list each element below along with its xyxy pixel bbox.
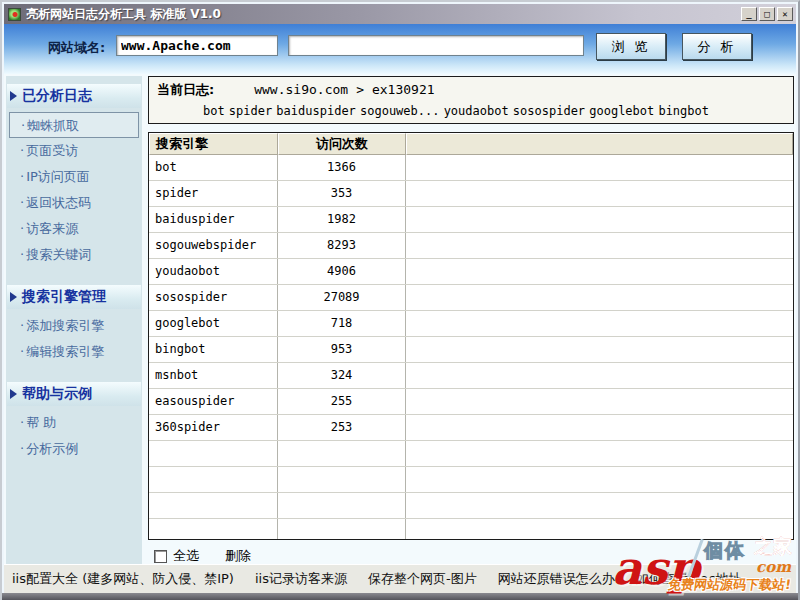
spider-quick-list: bot spider baiduspider sogouweb... youda…	[157, 101, 787, 121]
section-title: 已分析日志	[22, 87, 92, 105]
header-search-engine[interactable]: 搜索引擎	[149, 133, 278, 155]
app-window: 亮析网站日志分析工具 标准版 V1.0 _ □ ✕ 网站域名: 浏 览 分 析 …	[0, 0, 800, 600]
window-title: 亮析网站日志分析工具 标准版 V1.0	[26, 6, 221, 23]
close-button[interactable]: ✕	[777, 7, 793, 21]
sidebar-item-add-engine[interactable]: ·添加搜索引擎	[9, 313, 139, 339]
client-area: 已分析日志 ·蜘蛛抓取 ·页面受访 ·IP访问页面 ·返回状态码 ·访客来源 ·…	[4, 74, 796, 564]
spider-name-cell: sogouwebspider	[149, 233, 278, 258]
title-bar: 亮析网站日志分析工具 标准版 V1.0 _ □ ✕	[4, 4, 796, 24]
sidebar-item-page-visits[interactable]: ·页面受访	[9, 138, 139, 164]
table-footer: 全选 删除	[154, 547, 251, 565]
link-view-mac-address[interactable]: 如何查看mac地址	[636, 570, 742, 588]
maximize-button[interactable]: □	[759, 7, 775, 21]
toolbar: 网站域名: 浏 览 分 析	[4, 24, 796, 74]
table-row[interactable]: msnbot324	[149, 363, 793, 389]
section-title: 帮助与示例	[22, 385, 92, 403]
triangle-icon	[10, 292, 17, 302]
link-iis-config[interactable]: iis配置大全 (建多网站、防入侵、禁IP)	[12, 570, 234, 588]
table-row-empty	[149, 519, 793, 540]
window-controls: _ □ ✕	[741, 7, 793, 21]
sidebar-item-help[interactable]: ·帮 助	[9, 410, 139, 436]
domain-input[interactable]	[116, 35, 278, 56]
spider-name-cell: googlebot	[149, 311, 278, 336]
sidebar-item-edit-engine[interactable]: ·编辑搜索引擎	[9, 339, 139, 365]
header-empty	[406, 133, 793, 155]
table-row[interactable]: youdaobot4906	[149, 259, 793, 285]
delete-button[interactable]: 删除	[225, 547, 251, 565]
spider-name-cell: easouspider	[149, 389, 278, 414]
sidebar-item-spider-crawl[interactable]: ·蜘蛛抓取	[9, 112, 139, 138]
table-row[interactable]: spider353	[149, 181, 793, 207]
sidebar-section-engine-management: 搜索引擎管理 ·添加搜索引擎 ·编辑搜索引擎	[6, 285, 142, 365]
section-header-engine-management: 搜索引擎管理	[7, 285, 141, 309]
table-row-empty	[149, 441, 793, 467]
sidebar-item-search-keywords[interactable]: ·搜索关键词	[9, 242, 139, 268]
sidebar: 已分析日志 ·蜘蛛抓取 ·页面受访 ·IP访问页面 ·返回状态码 ·访客来源 ·…	[6, 76, 142, 564]
select-all-label[interactable]: 全选	[173, 547, 199, 565]
visit-count-cell: 718	[278, 311, 406, 336]
minimize-button[interactable]: _	[741, 7, 757, 21]
select-all-checkbox[interactable]	[154, 550, 167, 563]
visit-count-cell: 255	[278, 389, 406, 414]
spider-name: bingbot	[658, 104, 709, 118]
triangle-icon	[10, 91, 17, 101]
spider-name: sosospider	[513, 104, 585, 118]
spider-name: spider	[229, 104, 272, 118]
table-row[interactable]: sosospider27089	[149, 285, 793, 311]
browse-button[interactable]: 浏 览	[596, 33, 666, 60]
visit-count-cell: 8293	[278, 233, 406, 258]
spider-name-cell: sosospider	[149, 285, 278, 310]
analyze-button[interactable]: 分 析	[682, 33, 752, 60]
link-save-webpage[interactable]: 保存整个网页-图片	[368, 570, 477, 588]
table-row[interactable]: googlebot718	[149, 311, 793, 337]
spider-name-cell: youdaobot	[149, 259, 278, 284]
current-log-file: ex130921	[372, 82, 435, 97]
table-row[interactable]: bot1366	[149, 155, 793, 181]
bottom-link-bar: iis配置大全 (建多网站、防入侵、禁IP) iis记录访客来源 保存整个网页-…	[4, 564, 796, 593]
visit-count-cell: 1982	[278, 207, 406, 232]
spider-name: baiduspider	[276, 104, 355, 118]
table-row[interactable]: easouspider255	[149, 389, 793, 415]
sidebar-item-status-codes[interactable]: ·返回状态码	[9, 190, 139, 216]
table-row[interactable]: 360spider253	[149, 415, 793, 441]
table-row[interactable]: bingbot953	[149, 337, 793, 363]
header-visit-count[interactable]: 访问次数	[278, 133, 406, 155]
sidebar-section-help-examples: 帮助与示例 ·帮 助 ·分析示例	[6, 382, 142, 462]
spider-name: sogouweb...	[360, 104, 439, 118]
link-iis-visitor-source[interactable]: iis记录访客来源	[255, 570, 347, 588]
section-header-help-examples: 帮助与示例	[7, 382, 141, 406]
spider-name: googlebot	[589, 104, 654, 118]
section-title: 搜索引擎管理	[22, 288, 106, 306]
window-bottom-border	[2, 593, 798, 600]
link-site-restore-error[interactable]: 网站还原错误怎么办	[498, 570, 615, 588]
domain-label: 网站域名:	[48, 39, 105, 57]
table-row[interactable]: baiduspider1982	[149, 207, 793, 233]
spider-name-cell: msnbot	[149, 363, 278, 388]
table-row[interactable]: sogouwebspider8293	[149, 233, 793, 259]
spider-name-cell: baiduspider	[149, 207, 278, 232]
current-log-label: 当前日志:	[157, 81, 214, 99]
sidebar-item-ip-pages[interactable]: ·IP访问页面	[9, 164, 139, 190]
spider-name: bot	[203, 104, 225, 118]
triangle-icon	[10, 389, 17, 399]
current-log-line: 当前日志: www.si9o.com > ex130921	[157, 81, 787, 101]
section-header-analyzed-logs: 已分析日志	[7, 84, 141, 108]
table-row-empty	[149, 493, 793, 519]
log-path-input[interactable]	[288, 35, 584, 56]
sidebar-item-examples[interactable]: ·分析示例	[9, 436, 139, 462]
sidebar-item-visitor-sources[interactable]: ·访客来源	[9, 216, 139, 242]
table-header-row: 搜索引擎 访问次数	[149, 133, 793, 155]
spider-name: youdaobot	[444, 104, 509, 118]
spider-name-cell: 360spider	[149, 415, 278, 440]
visit-count-cell: 27089	[278, 285, 406, 310]
spider-name-cell: spider	[149, 181, 278, 206]
current-log-box: 当前日志: www.si9o.com > ex130921 bot spider…	[148, 76, 794, 124]
current-log-site: www.si9o.com	[254, 82, 348, 97]
app-icon	[8, 8, 21, 21]
spider-name-cell: bot	[149, 155, 278, 180]
visit-count-cell: 1366	[278, 155, 406, 180]
sidebar-section-analyzed-logs: 已分析日志 ·蜘蛛抓取 ·页面受访 ·IP访问页面 ·返回状态码 ·访客来源 ·…	[6, 84, 142, 268]
spider-table: 搜索引擎 访问次数 bot1366 spider353 baiduspider1…	[148, 132, 794, 540]
visit-count-cell: 953	[278, 337, 406, 362]
path-separator: >	[356, 82, 364, 97]
